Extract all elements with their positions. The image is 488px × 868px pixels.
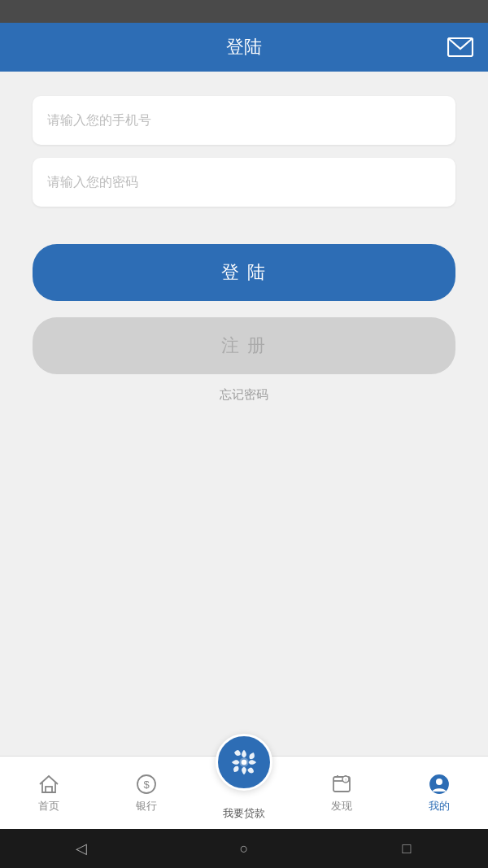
- nav-item-discover[interactable]: ! 发现: [293, 757, 390, 829]
- password-input[interactable]: [33, 158, 455, 207]
- android-back-button[interactable]: ◁: [65, 832, 98, 865]
- svg-text:$: $: [143, 779, 150, 791]
- forgot-password-button[interactable]: 忘记密码: [220, 387, 268, 403]
- nav-item-home[interactable]: 首页: [0, 757, 98, 829]
- nav-item-loan[interactable]: 我要贷款: [195, 757, 293, 829]
- register-button[interactable]: 注 册: [33, 317, 455, 374]
- nav-label-bank: 银行: [136, 799, 157, 813]
- home-icon: [37, 773, 60, 796]
- login-button[interactable]: 登 陆: [33, 244, 455, 301]
- mail-icon[interactable]: [447, 37, 473, 57]
- main-content: 登 陆 注 册 忘记密码: [0, 72, 488, 756]
- android-recent-button[interactable]: □: [390, 832, 423, 865]
- discover-icon: !: [330, 773, 353, 796]
- header: 登陆: [0, 23, 488, 72]
- loan-icon: [216, 734, 272, 791]
- svg-rect-1: [46, 787, 52, 792]
- bottom-nav: 首页 $ 银行 我要: [0, 756, 488, 829]
- svg-point-5: [242, 760, 247, 765]
- nav-label-discover: 发现: [331, 799, 352, 813]
- bank-icon: $: [135, 773, 158, 796]
- phone-input[interactable]: [33, 96, 455, 145]
- android-nav: ◁ ○ □: [0, 829, 488, 868]
- nav-label-home: 首页: [38, 799, 59, 813]
- android-home-button[interactable]: ○: [228, 832, 260, 865]
- svg-point-13: [436, 779, 442, 785]
- status-bar: [0, 0, 488, 23]
- nav-label-mine: 我的: [429, 799, 450, 813]
- nav-item-bank[interactable]: $ 银行: [98, 757, 195, 829]
- nav-label-loan: 我要贷款: [223, 806, 265, 821]
- nav-item-mine[interactable]: 我的: [390, 757, 488, 829]
- mine-icon: [428, 773, 451, 796]
- page-title: 登陆: [226, 35, 262, 59]
